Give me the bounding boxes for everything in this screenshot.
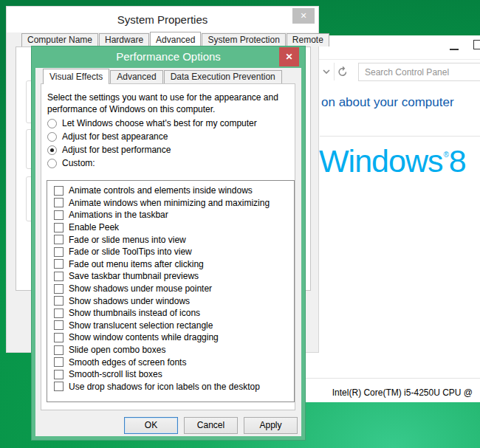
tab[interactable]: System Protection [202,33,285,46]
tab-label: Remote [292,35,323,45]
registered-mark: ® [443,151,448,159]
window-title: Performance Options [32,50,305,63]
performance-options-tabstrip: Visual Effects Advanced Data Execution P… [41,68,283,83]
checkbox-icon [54,284,64,294]
cpu-info-text: Intel(R) Core(TM) i5-4250U CPU @ [332,387,473,398]
toolbar-divider [303,59,480,60]
chevron-down-icon[interactable] [320,65,332,78]
maximize-icon[interactable] [473,38,480,50]
visual-effects-listbox[interactable]: Animate controls and elements inside win… [47,180,295,402]
section-divider [320,136,480,137]
checkbox-label: Animate controls and elements inside win… [69,185,253,196]
radio-option[interactable]: Let Windows choose what's best for my co… [47,117,257,130]
tab[interactable]: Data Execution Prevention [164,70,282,83]
checkbox-option[interactable]: Save taskbar thumbnail previews [47,270,294,283]
ok-button[interactable]: OK [124,417,178,434]
checkbox-option[interactable]: Show thumbnails instead of icons [47,307,294,320]
tab[interactable]: Computer Name [21,33,98,46]
checkbox-icon [54,198,64,207]
tab[interactable]: Hardware [99,33,149,46]
tab-label: Visual Effects [49,72,103,82]
tab[interactable]: Remote [287,33,329,46]
checkbox-icon [54,210,64,220]
brand-version: 8 [449,143,466,179]
checkbox-option[interactable]: Fade or slide ToolTips into view [47,246,294,258]
checkbox-icon [54,235,64,244]
checkbox-label: Save taskbar thumbnail previews [69,271,199,281]
tab-label: System Protection [208,35,279,45]
checkbox-label: Show thumbnails instead of icons [69,308,200,318]
checkbox-icon [54,333,64,342]
checkbox-icon [54,259,64,269]
tab-label: Data Execution Prevention [171,72,275,82]
checkbox-label: Fade or slide menus into view [69,235,186,245]
radio-icon [47,132,57,142]
checkbox-icon [54,247,64,257]
close-icon[interactable]: ✕ [279,47,299,66]
apply-button[interactable]: Apply [244,417,298,434]
checkbox-option[interactable]: Animations in the taskbar [47,209,294,221]
checkbox-option[interactable]: Enable Peek [47,221,294,234]
radio-option[interactable]: Adjust for best appearance [47,130,257,143]
checkbox-option[interactable]: Fade out menu items after clicking [47,258,294,271]
checkbox-option[interactable]: Slide open combo boxes [47,344,294,356]
checkbox-label: Show shadows under windows [69,296,190,306]
checkbox-icon [54,345,64,355]
tab[interactable]: Advanced [150,32,201,47]
refresh-icon[interactable] [337,65,349,78]
checkbox-icon [54,357,64,367]
checkbox-label: Fade out menu items after clicking [69,259,204,269]
checkbox-label: Fade or slide ToolTips into view [69,247,192,257]
brand-name: Windows [319,143,442,179]
system-properties-titlebar[interactable]: System Properties ✕ [7,7,318,32]
performance-options-window: Performance Options ✕ Visual Effects Adv… [31,46,306,441]
checkbox-label: Use drop shadows for icon labels on the … [69,382,260,392]
radio-icon [47,145,57,155]
checkbox-label: Animations in the taskbar [69,210,168,220]
cancel-button[interactable]: Cancel [184,417,238,434]
radio-label: Adjust for best performance [62,145,171,155]
checkbox-option[interactable]: Animate windows when minimizing and maxi… [47,197,294,210]
visual-effects-tab-page: Select the settings you want to use for … [41,83,295,410]
checkbox-option[interactable]: Smooth-scroll list boxes [47,368,294,381]
checkbox-label: Slide open combo boxes [69,345,165,355]
checkbox-option[interactable]: Show translucent selection rectangle [47,320,294,332]
checkbox-icon [54,382,64,391]
checkbox-option[interactable]: Show window contents while dragging [47,331,294,344]
checkbox-label: Smooth-scroll list boxes [69,369,162,379]
checkbox-option[interactable]: Fade or slide menus into view [47,233,294,246]
search-input[interactable] [358,63,480,81]
radio-label: Custom: [62,158,95,168]
checkbox-option[interactable]: Smooth edges of screen fonts [47,356,294,368]
radio-icon [47,119,57,128]
checkbox-label: Animate windows when minimizing and maxi… [69,198,270,208]
control-panel-window: on about your computer Windows®8 Intel(R… [303,35,480,402]
checkbox-label: Enable Peek [69,222,119,232]
checkbox-option[interactable]: Show shadows under windows [47,294,294,307]
close-icon[interactable]: ✕ [292,8,315,24]
radio-label: Adjust for best appearance [62,131,168,142]
checkbox-icon [54,309,64,318]
computer-info-heading[interactable]: on about your computer [321,95,454,110]
checkbox-label: Show window contents while dragging [69,332,219,342]
checkbox-label: Show shadows under mouse pointer [69,283,212,294]
dialog-content: Visual Effects Advanced Data Execution P… [35,68,301,436]
radio-option[interactable]: Adjust for best performance [47,143,257,156]
checkbox-option[interactable]: Use drop shadows for icon labels on the … [47,381,294,393]
checkbox-icon [54,296,64,306]
window-title: System Properties [7,13,318,26]
checkbox-icon [54,272,64,281]
checkbox-icon [54,186,64,196]
tab[interactable]: Advanced [110,70,162,83]
desktop: { "icons": { "close": "✕" }, "colors": {… [0,0,480,448]
tab[interactable]: Visual Effects [43,69,109,84]
checkbox-option[interactable]: Show shadows under mouse pointer [47,283,294,295]
windows-brand-text: Windows®8 [319,143,466,179]
radio-option[interactable]: Custom: [47,156,257,170]
radio-label: Let Windows choose what's best for my co… [62,118,257,128]
minimize-icon[interactable] [448,40,464,52]
checkbox-option[interactable]: Animate controls and elements inside win… [47,185,294,197]
radio-icon [47,159,57,168]
tab-label: Advanced [156,35,195,45]
tab-label: Advanced [117,72,156,82]
